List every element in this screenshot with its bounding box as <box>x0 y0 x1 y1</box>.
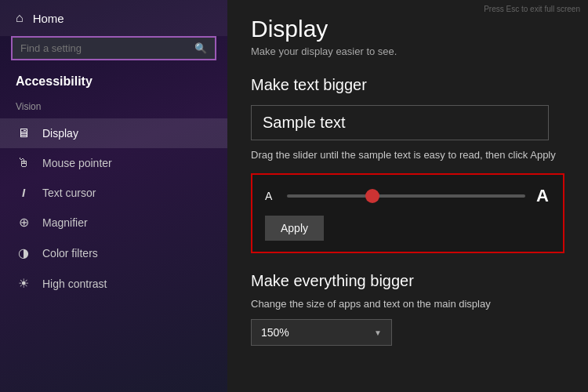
mouse-pointer-icon: 🖱 <box>16 156 31 170</box>
color-filters-icon: ◑ <box>16 245 31 260</box>
text-cursor-icon: I <box>16 186 31 199</box>
slider-section: A A Apply <box>251 173 564 253</box>
page-title: Display <box>251 16 564 42</box>
scale-dropdown-value: 150% <box>261 326 289 339</box>
search-input[interactable] <box>20 42 188 54</box>
sidebar-colorfilters-label: Color filters <box>42 247 98 260</box>
apply-button[interactable]: Apply <box>265 216 324 241</box>
sidebar-item-mouse-pointer[interactable]: 🖱 Mouse pointer <box>0 148 227 178</box>
search-icon: 🔍 <box>194 42 207 54</box>
sidebar-textcursor-label: Text cursor <box>42 187 96 199</box>
sidebar-item-high-contrast[interactable]: ☀ High contrast <box>0 268 227 299</box>
sidebar-item-text-cursor[interactable]: I Text cursor <box>0 178 227 207</box>
section2-desc: Change the size of apps and text on the … <box>251 298 564 310</box>
search-container: 🔍 <box>0 36 227 68</box>
section2-title: Make everything bigger <box>251 272 564 290</box>
page-subtitle: Make your display easier to see. <box>251 45 564 57</box>
magnifier-icon: ⊕ <box>16 215 31 230</box>
high-contrast-icon: ☀ <box>16 276 31 291</box>
accessibility-title: Accessibility <box>0 68 227 98</box>
sidebar-highcontrast-label: High contrast <box>42 278 107 290</box>
main-content: Press Esc to exit full screen Display Ma… <box>227 0 588 392</box>
sidebar-mouse-label: Mouse pointer <box>42 157 112 169</box>
chevron-down-icon: ▼ <box>374 328 382 337</box>
sidebar-item-magnifier[interactable]: ⊕ Magnifier <box>0 207 227 238</box>
display-icon: 🖥 <box>16 126 31 140</box>
sidebar-display-label: Display <box>42 127 78 140</box>
fullscreen-hint: Press Esc to exit full screen <box>484 5 580 13</box>
sidebar-home-label: Home <box>33 12 64 25</box>
section1-title: Make text bigger <box>251 76 564 94</box>
sidebar: ⌂ Home 🔍 Accessibility Vision 🖥 Display … <box>0 0 227 392</box>
scale-dropdown[interactable]: 150% ▼ <box>251 319 392 346</box>
sidebar-item-home[interactable]: ⌂ Home <box>0 0 227 36</box>
slider-max-label: A <box>536 186 550 206</box>
slider-min-label: A <box>265 190 276 202</box>
scale-dropdown-row: 150% ▼ <box>251 319 423 346</box>
sidebar-item-display[interactable]: 🖥 Display <box>0 118 227 148</box>
sidebar-item-color-filters[interactable]: ◑ Color filters <box>0 238 227 268</box>
sidebar-magnifier-label: Magnifier <box>42 216 88 229</box>
text-size-slider[interactable] <box>287 194 525 198</box>
home-icon: ⌂ <box>16 11 24 25</box>
vision-label: Vision <box>0 98 227 118</box>
slider-row: A A <box>265 186 550 206</box>
search-box: 🔍 <box>11 36 216 60</box>
slider-instruction: Drag the slider until the sample text is… <box>251 148 564 162</box>
sample-text-display: Sample text <box>251 105 549 140</box>
